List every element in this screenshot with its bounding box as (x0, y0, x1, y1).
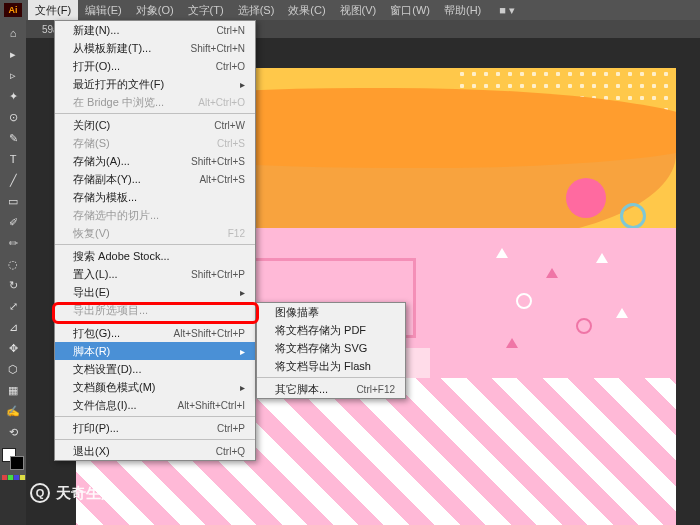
mi-print[interactable]: 打印(P)...Ctrl+P (55, 419, 255, 437)
watermark-icon: Q (30, 483, 50, 503)
tool-wand-icon[interactable]: ✦ (3, 87, 23, 105)
watermark-text: 天奇生活 (56, 484, 116, 503)
menubar: Ai 文件(F) 编辑(E) 对象(O) 文字(T) 选择(S) 效果(C) 视… (0, 0, 700, 20)
tool-lasso-icon[interactable]: ⊙ (3, 108, 23, 126)
menu-select[interactable]: 选择(S) (231, 0, 282, 20)
background-swatch[interactable] (10, 456, 24, 470)
menu-file[interactable]: 文件(F) (28, 0, 78, 20)
menu-view[interactable]: 视图(V) (333, 0, 384, 20)
tool-home-icon[interactable]: ⌂ (3, 24, 23, 42)
tool-direct-icon[interactable]: ▹ (3, 66, 23, 84)
tool-eraser-icon[interactable]: ◌ (3, 255, 23, 273)
mi-saveas[interactable]: 存储为(A)...Shift+Ctrl+S (55, 152, 255, 170)
tool-width-icon[interactable]: ⊿ (3, 318, 23, 336)
tool-shape-icon[interactable]: ⬡ (3, 360, 23, 378)
tool-pencil-icon[interactable]: ✏ (3, 234, 23, 252)
mi-new-template[interactable]: 从模板新建(T)...Shift+Ctrl+N (55, 39, 255, 57)
scripts-submenu: 图像描摹 将文档存储为 PDF 将文档存储为 SVG 将文档导出为 Flash … (256, 302, 406, 399)
mi-adobestock[interactable]: 搜索 Adobe Stock... (55, 247, 255, 265)
smi-other[interactable]: 其它脚本...Ctrl+F12 (257, 380, 405, 398)
menu-type[interactable]: 文字(T) (181, 0, 231, 20)
smi-savesvg[interactable]: 将文档存储为 SVG (257, 339, 405, 357)
mi-new[interactable]: 新建(N)...Ctrl+N (55, 21, 255, 39)
smi-trace[interactable]: 图像描摹 (257, 303, 405, 321)
smi-savepdf[interactable]: 将文档存储为 PDF (257, 321, 405, 339)
mi-close[interactable]: 关闭(C)Ctrl+W (55, 116, 255, 134)
menu-extra[interactable]: ■ ▾ (492, 0, 522, 20)
menu-window[interactable]: 窗口(W) (383, 0, 437, 20)
mi-save: 存储(S)Ctrl+S (55, 134, 255, 152)
mi-docsetup[interactable]: 文档设置(D)... (55, 360, 255, 378)
mi-saveslices: 存储选中的切片... (55, 206, 255, 224)
tool-free-icon[interactable]: ✥ (3, 339, 23, 357)
mi-open[interactable]: 打开(O)...Ctrl+O (55, 57, 255, 75)
watermark: Q 天奇生活 (30, 483, 116, 503)
mi-savetemplate[interactable]: 存储为模板... (55, 188, 255, 206)
menu-help[interactable]: 帮助(H) (437, 0, 488, 20)
tool-scale-icon[interactable]: ⤢ (3, 297, 23, 315)
menu-effect[interactable]: 效果(C) (281, 0, 332, 20)
mi-savecopy[interactable]: 存储副本(Y)...Alt+Ctrl+S (55, 170, 255, 188)
mi-revert: 恢复(V)F12 (55, 224, 255, 242)
mi-recent[interactable]: 最近打开的文件(F) (55, 75, 255, 93)
tool-eyedrop-icon[interactable]: ✍ (3, 402, 23, 420)
mi-exit[interactable]: 退出(X)Ctrl+Q (55, 442, 255, 460)
mini-swatches (2, 475, 25, 480)
mi-colormode[interactable]: 文档颜色模式(M) (55, 378, 255, 396)
toolbox: ⌂ ▸ ▹ ✦ ⊙ ✎ T ╱ ▭ ✐ ✏ ◌ ↻ ⤢ ⊿ ✥ ⬡ ▦ ✍ ⟲ (0, 20, 26, 480)
tool-line-icon[interactable]: ╱ (3, 171, 23, 189)
tool-blend-icon[interactable]: ⟲ (3, 423, 23, 441)
mi-place[interactable]: 置入(L)...Shift+Ctrl+P (55, 265, 255, 283)
smi-exportflash[interactable]: 将文档导出为 Flash (257, 357, 405, 375)
app-logo: Ai (4, 3, 22, 17)
tool-gradient-icon[interactable]: ▦ (3, 381, 23, 399)
mi-bridge: 在 Bridge 中浏览...Alt+Ctrl+O (55, 93, 255, 111)
tool-rotate-icon[interactable]: ↻ (3, 276, 23, 294)
tool-brush-icon[interactable]: ✐ (3, 213, 23, 231)
mi-scripts[interactable]: 脚本(R) (55, 342, 255, 360)
menu-object[interactable]: 对象(O) (129, 0, 181, 20)
file-menu-dropdown: 新建(N)...Ctrl+N 从模板新建(T)...Shift+Ctrl+N 打… (54, 20, 256, 461)
mi-package[interactable]: 打包(G)...Alt+Shift+Ctrl+P (55, 324, 255, 342)
tool-select-icon[interactable]: ▸ (3, 45, 23, 63)
tool-rect-icon[interactable]: ▭ (3, 192, 23, 210)
tool-pen-icon[interactable]: ✎ (3, 129, 23, 147)
mi-exportsel: 导出所选项目... (55, 301, 255, 319)
color-swatches[interactable] (2, 448, 24, 470)
mi-fileinfo[interactable]: 文件信息(I)...Alt+Shift+Ctrl+I (55, 396, 255, 414)
menu-edit[interactable]: 编辑(E) (78, 0, 129, 20)
mi-export[interactable]: 导出(E) (55, 283, 255, 301)
tool-type-icon[interactable]: T (3, 150, 23, 168)
